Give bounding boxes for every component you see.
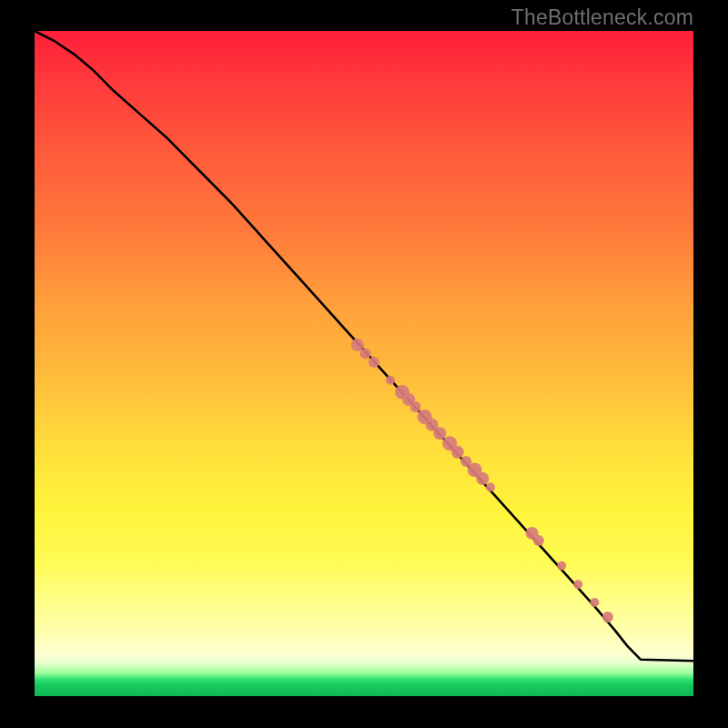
marker-dot <box>486 482 495 491</box>
marker-group <box>351 339 613 622</box>
plot-area <box>35 31 693 696</box>
chart-stage: TheBottleneck.com <box>0 0 728 728</box>
marker-dot <box>590 598 599 607</box>
marker-dot <box>386 376 395 385</box>
marker-dot <box>557 561 566 571</box>
marker-dot <box>433 427 446 440</box>
marker-dot <box>476 472 489 485</box>
marker-dot <box>602 612 613 622</box>
marker-dot <box>451 446 464 459</box>
chart-overlay-svg <box>35 31 693 696</box>
marker-dot <box>359 349 370 359</box>
marker-dot <box>410 401 420 412</box>
watermark-text: TheBottleneck.com <box>511 5 693 30</box>
curve-line <box>35 31 693 661</box>
marker-dot <box>533 535 544 546</box>
marker-dot <box>369 357 379 368</box>
marker-dot <box>573 580 582 589</box>
